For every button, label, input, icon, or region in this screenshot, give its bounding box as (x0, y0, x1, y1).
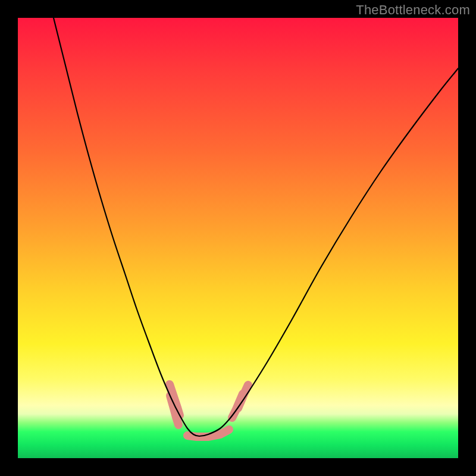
plot-area (18, 18, 458, 458)
trough-marker-segment (187, 430, 229, 437)
watermark-text: TheBottleneck.com (356, 2, 470, 18)
chart-svg (18, 18, 458, 458)
main-curve (54, 18, 458, 436)
chart-frame: TheBottleneck.com (0, 0, 476, 476)
